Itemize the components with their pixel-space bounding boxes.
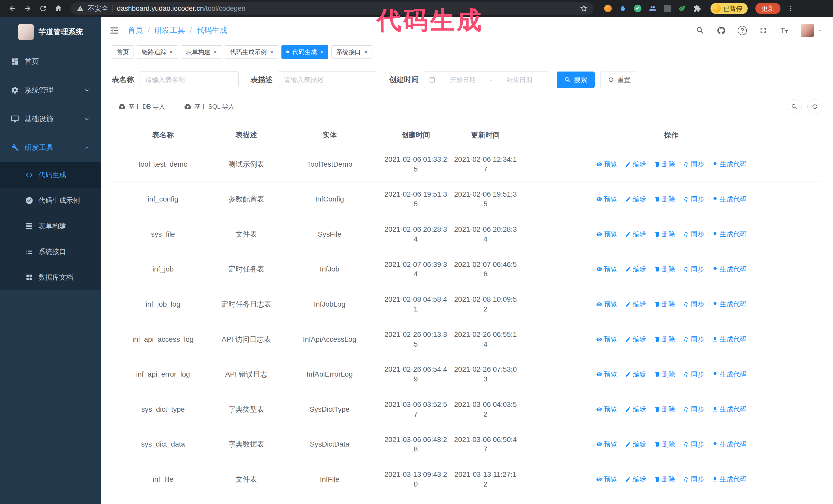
action-delete[interactable]: 删除 [654,300,675,309]
reload-icon[interactable] [38,3,49,14]
action-preview[interactable]: 预览 [596,475,617,484]
action-delete[interactable]: 删除 [654,335,675,344]
action-edit[interactable]: 编辑 [625,440,646,449]
app-logo[interactable]: 芋道管理系统 [0,17,101,47]
action-generate-code[interactable]: 生成代码 [712,300,747,309]
action-generate-code[interactable]: 生成代码 [712,440,747,449]
action-generate-code[interactable]: 生成代码 [712,475,747,484]
action-generate-code[interactable]: 生成代码 [712,230,747,239]
action-generate-code[interactable]: 生成代码 [712,265,747,274]
sidebar-subitem-api[interactable]: 系统接口 [0,239,101,265]
action-sync[interactable]: 同步 [683,405,704,414]
sync-paused-badge[interactable]: 已暂停 [711,3,748,14]
action-sync[interactable]: 同步 [683,335,704,344]
action-sync[interactable]: 同步 [683,230,704,239]
reset-button[interactable]: 重置 [600,72,638,88]
action-sync[interactable]: 同步 [683,370,704,379]
table-desc-input[interactable] [278,71,377,88]
action-edit[interactable]: 编辑 [625,265,646,274]
action-sync[interactable]: 同步 [683,440,704,449]
user-menu[interactable] [801,24,823,37]
action-sync[interactable]: 同步 [683,300,704,309]
tab-codegen[interactable]: 代码生成× [281,45,328,59]
action-delete[interactable]: 删除 [654,475,675,484]
extension-orange-icon[interactable] [603,4,613,13]
action-generate-code[interactable]: 生成代码 [712,335,747,344]
import-db-button[interactable]: 基于 DB 导入 [112,99,172,114]
github-icon[interactable] [717,26,726,35]
tab-close-icon[interactable]: × [364,49,367,55]
date-range-picker[interactable]: - [424,71,549,88]
sidebar-item-home[interactable]: 首页 [0,47,101,76]
table-name-input[interactable] [139,71,239,88]
action-delete[interactable]: 删除 [654,440,675,449]
extension-dark-icon[interactable] [663,4,672,13]
sidebar-collapse-icon[interactable] [101,25,128,35]
url-bar[interactable]: 不安全 dashboard.yudao.iocoder.cn/tool/code… [71,2,594,15]
action-delete[interactable]: 删除 [654,265,675,274]
action-preview[interactable]: 预览 [596,440,617,449]
action-delete[interactable]: 删除 [654,370,675,379]
tab-home[interactable]: 首页 [112,45,134,59]
sidebar-item-system[interactable]: 系统管理 [0,76,101,104]
date-end-input[interactable] [495,76,544,83]
action-preview[interactable]: 预览 [596,370,617,379]
date-start-input[interactable] [438,76,487,83]
action-preview[interactable]: 预览 [596,230,617,239]
action-delete[interactable]: 删除 [654,160,675,169]
action-edit[interactable]: 编辑 [625,405,646,414]
tab-close-icon[interactable]: × [214,49,217,55]
home-icon[interactable] [53,3,64,14]
tab-api[interactable]: 系统接口× [331,45,373,59]
action-edit[interactable]: 编辑 [625,300,646,309]
sidebar-subitem-codegen[interactable]: 代码生成 [0,162,101,188]
sidebar-subitem-db-doc[interactable]: 数据库文档 [0,265,101,290]
breadcrumb-item[interactable]: 首页 [128,25,143,35]
search-button[interactable]: 搜索 [557,72,595,88]
extensions-puzzle-icon[interactable] [693,4,702,13]
action-preview[interactable]: 预览 [596,335,617,344]
forward-icon[interactable] [22,3,33,14]
extension-people-icon[interactable] [648,4,657,13]
import-sql-button[interactable]: 基于 SQL 导入 [177,99,241,114]
action-preview[interactable]: 预览 [596,300,617,309]
action-delete[interactable]: 删除 [654,405,675,414]
action-sync[interactable]: 同步 [683,265,704,274]
action-delete[interactable]: 删除 [654,195,675,204]
action-edit[interactable]: 编辑 [625,475,646,484]
action-generate-code[interactable]: 生成代码 [712,370,747,379]
tab-form-builder[interactable]: 表单构建× [181,45,222,59]
tab-close-icon[interactable]: × [169,49,173,55]
action-delete[interactable]: 删除 [654,230,675,239]
tab-tracing[interactable]: 链路追踪× [137,45,178,59]
action-sync[interactable]: 同步 [683,195,704,204]
search-icon[interactable] [696,26,705,35]
chrome-menu-icon[interactable] [787,5,794,12]
back-icon[interactable] [7,3,18,14]
action-generate-code[interactable]: 生成代码 [712,160,747,169]
action-edit[interactable]: 编辑 [625,160,646,169]
action-sync[interactable]: 同步 [683,475,704,484]
action-generate-code[interactable]: 生成代码 [712,195,747,204]
sidebar-subitem-codegen-example[interactable]: 代码生成示例 [0,188,101,213]
extension-leaf-icon[interactable] [678,4,687,13]
toggle-search-button[interactable] [787,99,802,114]
action-edit[interactable]: 编辑 [625,195,646,204]
action-sync[interactable]: 同步 [683,160,704,169]
action-preview[interactable]: 预览 [596,195,617,204]
tab-close-icon[interactable]: × [270,49,273,55]
action-edit[interactable]: 编辑 [625,335,646,344]
sidebar-item-devtools[interactable]: 研发工具 [0,133,101,162]
action-preview[interactable]: 预览 [596,265,617,274]
extension-drop-icon[interactable] [618,4,627,13]
bookmark-star-icon[interactable] [580,5,588,12]
action-edit[interactable]: 编辑 [625,230,646,239]
action-edit[interactable]: 编辑 [625,370,646,379]
sidebar-item-infra[interactable]: 基础设施 [0,104,101,133]
sidebar-subitem-form-builder[interactable]: 表单构建 [0,213,101,239]
font-size-icon[interactable] [780,26,789,35]
extension-vue-icon[interactable] [633,4,642,13]
action-generate-code[interactable]: 生成代码 [712,405,747,414]
action-preview[interactable]: 预览 [596,160,617,169]
tab-codegen-example[interactable]: 代码生成示例× [225,45,278,59]
